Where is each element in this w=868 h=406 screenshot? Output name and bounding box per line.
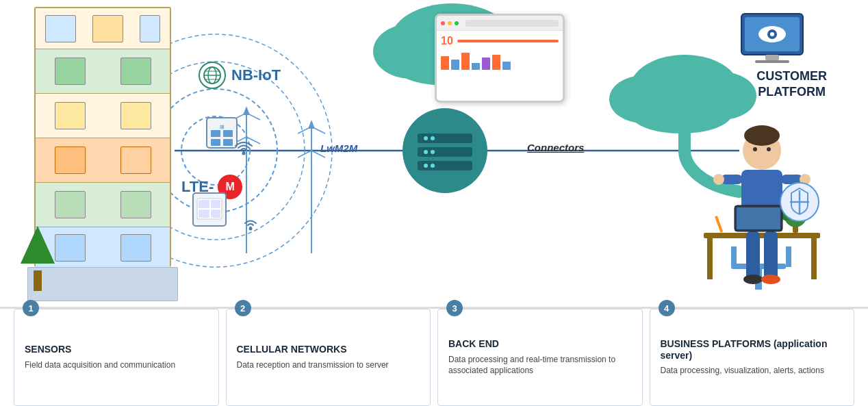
card-desc-backend: Data processing and real-time transmissi… xyxy=(448,354,632,377)
tree-trunk xyxy=(34,270,42,291)
window xyxy=(120,147,151,174)
svg-point-12 xyxy=(609,75,678,123)
svg-line-24 xyxy=(298,151,311,157)
device-box-2 xyxy=(233,137,255,162)
card-title-cellular: CELLULAR NETWORKS xyxy=(237,344,420,355)
card-number-2: 2 xyxy=(235,300,251,316)
bar-2 xyxy=(451,60,459,70)
window xyxy=(120,234,151,262)
diagram-area: NB-IoT LTE- M ⊞ xyxy=(0,0,868,315)
svg-point-29 xyxy=(431,136,435,140)
svg-point-81 xyxy=(761,275,780,284)
window xyxy=(92,15,123,42)
screen-content: 10 xyxy=(437,31,563,74)
window xyxy=(55,102,86,129)
floor-5 xyxy=(36,183,170,227)
card-number-3: 3 xyxy=(446,300,463,316)
svg-rect-79 xyxy=(764,231,778,279)
svg-rect-87 xyxy=(737,207,780,229)
dot-yellow xyxy=(448,21,452,25)
svg-text:⊞: ⊞ xyxy=(220,124,225,130)
svg-rect-85 xyxy=(715,216,723,233)
nb-iot-icon xyxy=(199,62,226,89)
screen-header xyxy=(437,16,563,31)
building-body xyxy=(34,7,171,267)
bar-4 xyxy=(472,63,480,70)
svg-rect-52 xyxy=(199,210,209,218)
svg-point-31 xyxy=(424,150,428,154)
card-number-4: 4 xyxy=(659,300,675,316)
svg-point-47 xyxy=(242,152,246,155)
window xyxy=(120,102,151,129)
card-sensors: 1 SENSORS Field data acquisition and com… xyxy=(14,309,219,406)
connectors-label: Connectors xyxy=(527,142,584,153)
card-title-business: BUSINESS PLATFORMS (application server) xyxy=(661,338,844,361)
svg-point-54 xyxy=(249,227,253,231)
svg-point-71 xyxy=(753,147,757,151)
svg-point-28 xyxy=(424,136,428,140)
svg-rect-33 xyxy=(418,161,472,170)
floor-6 xyxy=(36,227,170,268)
svg-rect-46 xyxy=(223,139,233,146)
svg-rect-61 xyxy=(755,60,789,63)
svg-marker-20 xyxy=(243,106,250,115)
screen-number: 10 xyxy=(441,35,453,47)
window xyxy=(140,15,160,42)
card-title-backend: BACK END xyxy=(448,338,632,350)
svg-point-34 xyxy=(424,164,428,168)
bottom-cards: 1 SENSORS Field data acquisition and com… xyxy=(0,307,868,406)
card-number-1: 1 xyxy=(23,300,39,316)
svg-rect-68 xyxy=(786,246,791,267)
person-illustration xyxy=(697,96,827,304)
nb-iot-text: NB-IoT xyxy=(231,66,281,84)
svg-rect-60 xyxy=(765,55,779,60)
nb-iot-label: NB-IoT xyxy=(199,62,281,89)
svg-point-80 xyxy=(743,275,763,284)
window xyxy=(55,191,86,218)
svg-point-32 xyxy=(431,150,435,154)
svg-line-23 xyxy=(311,127,325,134)
tree xyxy=(21,233,55,291)
svg-rect-63 xyxy=(707,238,713,279)
screen-stat-row: 10 xyxy=(441,35,559,47)
svg-rect-43 xyxy=(211,130,220,137)
svg-rect-78 xyxy=(746,231,760,279)
svg-rect-62 xyxy=(704,233,820,238)
svg-rect-30 xyxy=(418,147,472,157)
card-desc-business: Data processing, visualization, alerts, … xyxy=(661,365,844,377)
dot-red xyxy=(441,21,445,25)
svg-point-72 xyxy=(767,147,771,151)
svg-point-70 xyxy=(744,125,780,146)
floor-3 xyxy=(36,94,170,138)
svg-rect-64 xyxy=(811,238,817,279)
floor-2 xyxy=(36,49,170,94)
card-desc-cellular: Data reception and transmission to serve… xyxy=(237,359,420,371)
tree-top xyxy=(21,226,55,264)
lwm2m-label: LwM2M xyxy=(320,142,357,154)
svg-rect-50 xyxy=(199,200,209,208)
svg-point-59 xyxy=(770,32,774,36)
svg-rect-44 xyxy=(223,130,233,137)
svg-point-6 xyxy=(403,108,487,193)
bar-3 xyxy=(461,53,470,70)
svg-point-76 xyxy=(713,174,724,185)
svg-rect-53 xyxy=(211,210,220,218)
floor-4 xyxy=(36,138,170,183)
card-business: 4 BUSINESS PLATFORMS (application server… xyxy=(650,309,855,406)
card-desc-sensors: Field data acquisition and communication xyxy=(25,359,208,371)
bar-6 xyxy=(492,55,500,70)
screen-bar-row xyxy=(441,49,559,70)
device-box-meter xyxy=(192,192,227,230)
window xyxy=(120,191,151,218)
floor-1 xyxy=(36,8,170,49)
monitor-icon xyxy=(738,10,806,65)
svg-marker-26 xyxy=(308,120,315,129)
main-container: NB-IoT LTE- M ⊞ xyxy=(0,0,868,406)
address-bar xyxy=(465,20,559,27)
svg-line-17 xyxy=(246,113,260,120)
building-illustration xyxy=(21,7,188,301)
window xyxy=(55,147,86,174)
bar-7 xyxy=(502,62,511,70)
card-title-sensors: SENSORS xyxy=(25,344,208,355)
progress-bar xyxy=(457,40,559,42)
